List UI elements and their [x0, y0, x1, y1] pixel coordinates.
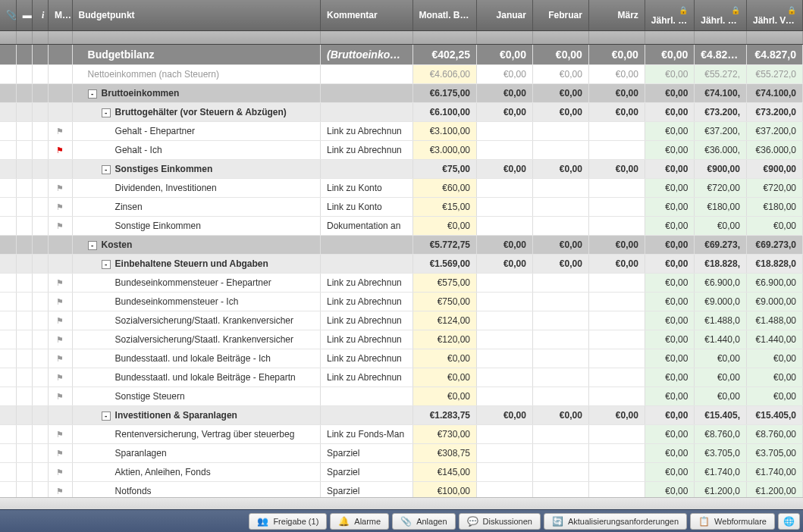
cell-jan[interactable]: €0,00 [477, 65, 533, 84]
cell-jan[interactable] [477, 217, 533, 236]
cell-monatl[interactable]: €0,00 [412, 217, 477, 236]
cell-jan[interactable] [477, 444, 533, 463]
cell-feb[interactable]: €0,00 [532, 236, 588, 255]
cell-name[interactable]: Nettoeinkommen (nach Steuern) [72, 65, 320, 84]
cell-jbudget[interactable]: €69.273, [695, 236, 747, 255]
cell-gesamt[interactable]: €0,00 [645, 330, 694, 349]
cell-jbudget[interactable]: €74.100, [695, 84, 747, 103]
table-row[interactable]: ⚑Bundeseinkommensteuer - EhepartnerLink … [0, 274, 803, 293]
cell-comment[interactable] [321, 103, 412, 122]
cell-varianz[interactable]: €55.272,0 [746, 65, 802, 84]
cell-name[interactable]: Aktien, Anleihen, Fonds [72, 463, 320, 482]
cell-varianz[interactable]: €36.000,0 [746, 141, 802, 160]
cell-gesamt[interactable]: €0,00 [645, 84, 694, 103]
cell-varianz[interactable]: €0,00 [746, 349, 802, 368]
col-februar[interactable]: Februar [532, 0, 588, 31]
table-row[interactable]: ⚑Bundesstaatl. und lokale Beiträge - Ehe… [0, 368, 803, 387]
cell-feb[interactable] [532, 330, 588, 349]
cell-jan[interactable] [477, 425, 533, 444]
table-row[interactable]: ⚑Dividenden, InvestitionenLink zu Konto€… [0, 179, 803, 198]
cell-gesamt[interactable]: €0,00 [645, 406, 694, 425]
cell-jbudget[interactable]: €15.405, [695, 406, 747, 425]
cell-jbudget[interactable]: €9.000,0 [695, 293, 747, 311]
cell-jan[interactable]: €0,00 [477, 84, 533, 103]
cell-name[interactable]: Dividenden, Investitionen [72, 179, 320, 198]
cell-gesamt[interactable]: €0,00 [645, 387, 694, 406]
cell-gesamt[interactable]: €0,00 [645, 255, 694, 274]
cell-gesamt[interactable]: €0,00 [645, 482, 694, 498]
cell-name[interactable]: Bundesstaatl. und lokale Beiträge - Ehep… [72, 368, 320, 387]
cell-name[interactable]: Bundesstaatl. und lokale Beiträge - Ich [72, 349, 320, 368]
cell-varianz[interactable]: €1.200,00 [746, 482, 802, 498]
cell-mar[interactable] [588, 311, 645, 330]
cell-monatl[interactable]: €3.000,00 [412, 141, 477, 160]
cell-mar[interactable]: €0,00 [588, 406, 645, 425]
cell-varianz[interactable]: €9.000,00 [746, 293, 802, 311]
cell-name[interactable]: -Kosten [72, 236, 320, 255]
table-row[interactable]: -Sonstiges Einkommen€75,00€0,00€0,00€0,0… [0, 160, 803, 179]
cell-comment[interactable] [321, 65, 412, 84]
collapse-toggle[interactable]: - [102, 412, 111, 421]
flag-icon[interactable]: ⚑ [56, 278, 64, 287]
cell-mar[interactable] [588, 141, 645, 160]
cell-feb[interactable] [532, 198, 588, 217]
cell-varianz[interactable]: €1.440,00 [746, 330, 802, 349]
col-jaehrl-varianz[interactable]: 🔒Jährl. Varianz [746, 0, 802, 31]
cell-comment[interactable]: Link zu Abrechnun [321, 141, 412, 160]
cell-varianz[interactable]: €900,00 [746, 160, 802, 179]
cell-mar[interactable] [588, 482, 645, 498]
table-row[interactable]: ⚑ZinsenLink zu Konto€15,00€0,00€180,00€1… [0, 198, 803, 217]
cell-jan[interactable] [477, 463, 533, 482]
cell-comment[interactable] [321, 160, 412, 179]
col-maerz[interactable]: März [588, 0, 645, 31]
cell-varianz[interactable]: €1.488,00 [746, 311, 802, 330]
cell-name[interactable]: Sonstige Steuern [72, 387, 320, 406]
cell-gesamt[interactable]: €0,00 [645, 65, 694, 84]
cell-monatl[interactable]: €0,00 [412, 368, 477, 387]
cell-varianz[interactable]: €74.100,0 [746, 84, 802, 103]
cell-comment[interactable]: Link zu Abrechnun [321, 274, 412, 293]
cell-comment[interactable]: Link zu Abrechnun [321, 330, 412, 349]
cell-name[interactable]: -Investitionen & Sparanlagen [72, 406, 320, 425]
cell-name[interactable]: Zinsen [72, 198, 320, 217]
cell-feb[interactable] [532, 463, 588, 482]
cell-varianz[interactable]: €8.760,00 [746, 425, 802, 444]
cell-jan[interactable] [477, 122, 533, 141]
cell-varianz[interactable]: €15.405,0 [746, 406, 802, 425]
cell-feb[interactable] [532, 482, 588, 498]
table-row[interactable]: Nettoeinkommen (nach Steuern)€4.606,00€0… [0, 65, 803, 84]
cell-jbudget[interactable]: €18.828, [695, 255, 747, 274]
table-row[interactable]: -Einbehaltene Steuern und Abgaben€1.569,… [0, 255, 803, 274]
flag-icon[interactable]: ⚑ [56, 221, 64, 230]
cell-mar[interactable] [588, 217, 645, 236]
table-row[interactable]: -Bruttogehälter (vor Steuern & Abzügen)€… [0, 103, 803, 122]
cell-comment[interactable]: Link zu Fonds-Man [321, 425, 412, 444]
cell-feb[interactable] [532, 444, 588, 463]
cell-jbudget[interactable]: €180,00 [695, 198, 747, 217]
flag-icon[interactable]: ⚑ [56, 316, 64, 325]
cell-comment[interactable]: Link zu Abrechnun [321, 368, 412, 387]
cell-comment[interactable]: Sparziel [321, 463, 412, 482]
cell-jan[interactable]: €0,00 [477, 103, 533, 122]
diskussionen-button[interactable]: 💬Diskussionen [459, 513, 541, 530]
cell-mar[interactable]: €0,00 [588, 65, 645, 84]
table-row[interactable]: -Investitionen & Sparanlagen€1.283,75€0,… [0, 406, 803, 425]
cell-comment[interactable]: Link zu Konto [321, 198, 412, 217]
cell-jan[interactable]: €0,00 [477, 255, 533, 274]
cell-jbudget[interactable]: €1.740,0 [695, 463, 747, 482]
table-row[interactable]: -Kosten€5.772,75€0,00€0,00€0,00€0,00€69.… [0, 236, 803, 255]
cell-jan[interactable] [477, 293, 533, 311]
cell-varianz[interactable]: €1.740,00 [746, 463, 802, 482]
cell-varianz[interactable]: €0,00 [746, 217, 802, 236]
table-row[interactable]: ⚑Aktien, Anleihen, FondsSparziel€145,00€… [0, 463, 803, 482]
cell-name[interactable]: Sparanlagen [72, 444, 320, 463]
cell-gesamt[interactable]: €0,00 [645, 444, 694, 463]
cell-mar[interactable] [588, 425, 645, 444]
cell-monatl[interactable]: €1.283,75 [412, 406, 477, 425]
cell-feb[interactable] [532, 179, 588, 198]
cell-feb[interactable] [532, 122, 588, 141]
cell-varianz[interactable]: €37.200,0 [746, 122, 802, 141]
cell-jbudget[interactable]: €37.200, [695, 122, 747, 141]
alarme-button[interactable]: 🔔Alarme [330, 513, 389, 530]
cell-jan[interactable] [477, 330, 533, 349]
